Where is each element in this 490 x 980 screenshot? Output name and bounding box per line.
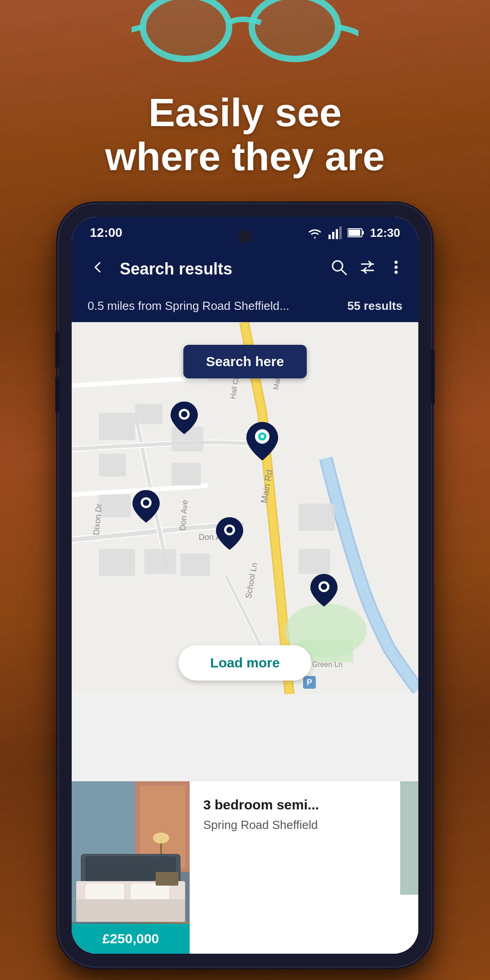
svg-rect-5 (332, 232, 334, 239)
svg-rect-10 (348, 230, 360, 236)
svg-text:Green Ln: Green Ln (312, 661, 343, 668)
hero-line1: Easily see (27, 91, 463, 135)
svg-point-50 (226, 527, 233, 533)
map-pin-active[interactable] (246, 422, 278, 461)
signal-icon (328, 226, 342, 239)
map-pin-4[interactable] (216, 517, 243, 550)
phone-screen: 12:00 (72, 217, 418, 954)
status-right: 12:30 (307, 226, 401, 240)
hero-text: Easily see where they are (0, 91, 490, 179)
phone-frame: 12:00 (59, 204, 431, 966)
app-bar-icons (330, 259, 405, 279)
map-pin-3[interactable] (132, 490, 160, 523)
map-pin-1[interactable] (171, 402, 198, 434)
svg-rect-26 (99, 495, 131, 517)
svg-point-46 (260, 435, 264, 438)
status-left: 12:00 (90, 225, 122, 240)
svg-point-17 (395, 271, 398, 274)
property-image[interactable]: £250,000 (72, 781, 190, 954)
app-bar: Search results (72, 249, 418, 289)
property-title: 3 bedroom semi... (203, 797, 387, 813)
svg-rect-6 (336, 229, 338, 239)
property-address: Spring Road Sheffield (203, 818, 387, 832)
phone-device: 12:00 (59, 204, 431, 966)
property-info[interactable]: 3 bedroom semi... Spring Road Sheffield (190, 781, 400, 954)
hero-line2: where they are (27, 135, 463, 179)
svg-rect-21 (99, 413, 135, 440)
svg-rect-31 (299, 549, 330, 574)
map-area[interactable]: Dixon Dr Don Ave Don Ave School Ln Main … (72, 322, 418, 694)
camera-notch (238, 230, 252, 243)
svg-point-52 (321, 583, 327, 590)
svg-rect-27 (99, 549, 135, 576)
wifi-icon (307, 226, 323, 239)
svg-rect-28 (144, 549, 176, 574)
svg-rect-68 (400, 895, 418, 954)
glasses-decoration (132, 0, 358, 91)
filter-bar: 0.5 miles from Spring Road Sheffield... … (72, 289, 418, 322)
svg-point-43 (181, 411, 187, 417)
svg-rect-62 (76, 899, 185, 922)
results-count: 55 results (348, 299, 402, 313)
battery-icon (348, 228, 365, 238)
status-time-right: 12:30 (370, 226, 401, 240)
svg-rect-67 (400, 781, 418, 895)
svg-rect-4 (328, 235, 331, 239)
svg-point-15 (395, 261, 398, 264)
svg-rect-23 (135, 404, 162, 424)
property-section: £250,000 3 bedroom semi... Spring Road S… (72, 781, 418, 954)
next-card-edge (400, 781, 418, 954)
power-button[interactable] (431, 349, 435, 404)
svg-rect-7 (339, 226, 342, 239)
svg-rect-22 (99, 454, 126, 476)
svg-rect-30 (299, 504, 335, 531)
status-time-left: 12:00 (90, 225, 122, 240)
price-badge: £250,000 (72, 924, 190, 954)
back-button[interactable] (85, 255, 111, 284)
app-bar-title: Search results (120, 260, 321, 279)
filter-location-text: 0.5 miles from Spring Road Sheffield... (88, 299, 289, 313)
svg-line-12 (341, 270, 346, 274)
svg-point-64 (153, 833, 169, 843)
svg-rect-9 (362, 231, 364, 235)
svg-rect-65 (156, 872, 178, 886)
more-options-icon[interactable] (387, 259, 405, 279)
search-here-button[interactable]: Search here (183, 345, 307, 378)
sort-icon[interactable] (359, 259, 376, 279)
svg-point-16 (395, 266, 398, 269)
load-more-button[interactable]: Load more (178, 645, 311, 681)
map-pin-5[interactable] (310, 574, 338, 607)
svg-rect-29 (181, 554, 210, 576)
volume-up-button[interactable] (55, 331, 59, 368)
volume-down-button[interactable] (55, 377, 59, 413)
svg-rect-25 (172, 463, 201, 485)
svg-point-48 (143, 500, 149, 506)
svg-text:P: P (307, 678, 312, 687)
search-icon[interactable] (330, 259, 348, 279)
